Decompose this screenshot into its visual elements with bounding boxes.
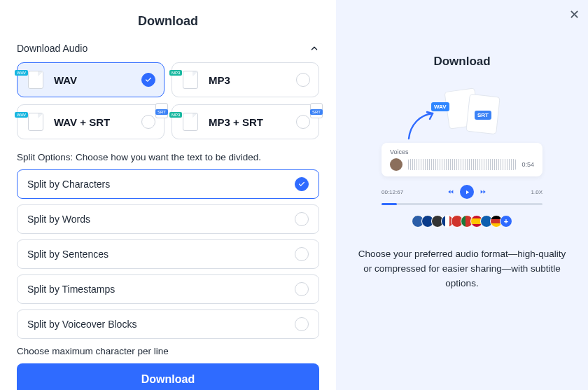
radio-checked-icon (141, 73, 155, 87)
download-button[interactable]: Download (17, 363, 319, 390)
split-characters[interactable]: Split by Characters (17, 169, 319, 199)
radio-unchecked-icon (295, 282, 309, 296)
format-mp3-srt[interactable]: MP3SRT MP3 + SRT (172, 104, 319, 139)
radio-unchecked-icon (295, 247, 309, 261)
flags-row: + (412, 215, 512, 228)
radio-unchecked-icon (141, 115, 155, 129)
radio-checked-icon (295, 177, 309, 191)
page-title: Download (17, 14, 319, 29)
split-sentences[interactable]: Split by Sentences (17, 239, 319, 269)
close-icon[interactable]: ✕ (569, 7, 580, 22)
download-audio-header[interactable]: Download Audio (17, 43, 319, 54)
format-mp3[interactable]: MP3 MP3 (172, 62, 319, 97)
ill-srt-tag: SRT (475, 111, 491, 120)
wav-file-icon: WAV (26, 70, 46, 90)
format-label: MP3 + SRT (209, 116, 288, 128)
forward-icon (479, 188, 486, 195)
right-description: Choose your preferred audio format—high-… (350, 247, 574, 291)
split-item-label: Split by Timestamps (27, 284, 115, 295)
format-label: MP3 (209, 74, 288, 86)
illustration: WAV SRT Voices 0:54 00:12:67 1.0X (371, 90, 553, 228)
right-panel-title: Download (433, 55, 490, 69)
split-voiceover-blocks[interactable]: Split by Voiceover Blocks (17, 309, 319, 339)
avatar (390, 158, 402, 171)
format-wav[interactable]: WAV WAV (17, 62, 164, 97)
radio-unchecked-icon (296, 115, 310, 129)
clip-duration: 0:54 (522, 161, 534, 168)
split-item-label: Split by Sentences (27, 249, 108, 260)
player-time: 00:12:67 (382, 189, 403, 195)
voice-card: Voices 0:54 (382, 143, 542, 176)
split-item-label: Split by Words (27, 214, 90, 225)
arrow-icon (405, 109, 440, 141)
split-words[interactable]: Split by Words (17, 204, 319, 234)
flag-more-icon: + (500, 215, 512, 228)
format-grid: WAV WAV MP3 MP3 WAVSRT WAV + SRT MP3SRT … (17, 62, 319, 139)
split-options-label: Split Options: Choose how you want the t… (17, 152, 319, 162)
radio-unchecked-icon (296, 73, 310, 87)
format-label: WAV + SRT (54, 116, 133, 128)
mp3-srt-file-icon: MP3SRT (181, 112, 200, 132)
radio-unchecked-icon (295, 212, 309, 226)
wav-srt-file-icon: WAVSRT (26, 112, 46, 132)
player-bar: 00:12:67 1.0X (382, 185, 542, 199)
player-speed: 1.0X (531, 189, 542, 195)
radio-unchecked-icon (295, 317, 309, 331)
mp3-file-icon: MP3 (181, 70, 200, 90)
waveform-icon (408, 159, 516, 170)
format-label: WAV (54, 74, 133, 86)
voices-label: Voices (390, 148, 534, 155)
play-icon (460, 185, 474, 199)
progress-bar (382, 203, 542, 205)
chevron-up-icon (309, 43, 319, 53)
split-timestamps[interactable]: Split by Timestamps (17, 274, 319, 304)
max-char-label: Choose maximum character per line (17, 346, 319, 356)
split-item-label: Split by Voiceover Blocks (27, 319, 136, 330)
download-audio-label: Download Audio (17, 43, 88, 54)
split-item-label: Split by Characters (27, 179, 110, 190)
rewind-icon (447, 188, 454, 195)
format-wav-srt[interactable]: WAVSRT WAV + SRT (17, 104, 164, 139)
split-options-list: Split by Characters Split by Words Split… (17, 169, 319, 339)
